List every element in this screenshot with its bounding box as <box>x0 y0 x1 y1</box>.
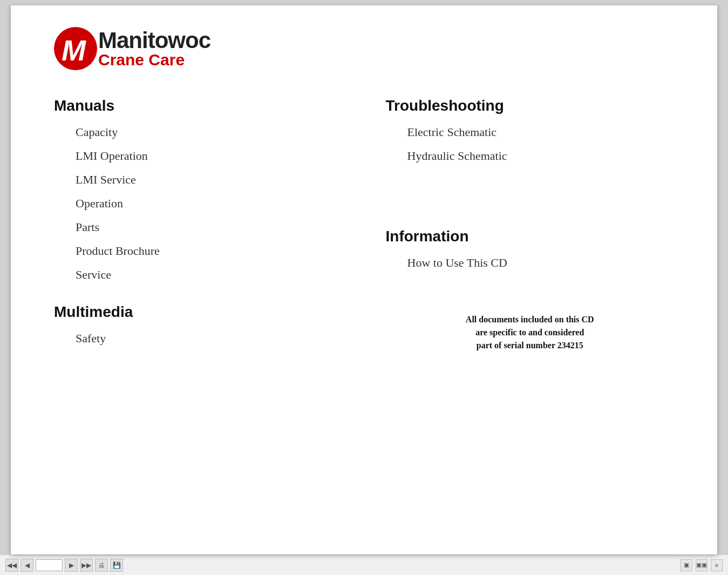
nav-controls: ◀◀ ◀ 1 / 1 ▶ ▶▶ 🖨 💾 <box>5 559 123 572</box>
bottom-note-line3: part of serial number 234215 <box>477 341 583 350</box>
information-section: Information How to Use This CD <box>386 228 675 270</box>
manuals-link-lmi-service[interactable]: LMI Service <box>76 173 343 187</box>
svg-text:M: M <box>62 34 86 65</box>
single-page-view-button[interactable]: ▣ <box>681 559 692 571</box>
bottom-note-text: All documents included on this CD are sp… <box>466 315 594 350</box>
view-controls: ▣ ▣▣ ≡ <box>681 559 723 571</box>
troubleshooting-link-electric[interactable]: Electric Schematic <box>407 125 675 139</box>
logo-text-area: Manitowoc Crane Care <box>98 29 210 68</box>
manuals-link-product-brochure[interactable]: Product Brochure <box>76 244 343 258</box>
double-page-view-button[interactable]: ▣▣ <box>696 559 707 571</box>
manuals-link-service[interactable]: Service <box>76 268 343 282</box>
multimedia-title: Multimedia <box>54 303 343 321</box>
troubleshooting-section: Troubleshooting Electric Schematic Hydra… <box>386 97 675 163</box>
information-title: Information <box>386 228 675 245</box>
manuals-title: Manuals <box>54 97 343 114</box>
multimedia-link-safety[interactable]: Safety <box>76 332 343 346</box>
toolbar: ◀◀ ◀ 1 / 1 ▶ ▶▶ 🖨 💾 ▣ ▣▣ ≡ <box>0 554 728 575</box>
m-icon: M <box>59 32 92 65</box>
logo-area: M Manitowoc Crane Care <box>54 27 674 70</box>
manuals-link-parts[interactable]: Parts <box>76 220 343 234</box>
bottom-note-line1: All documents included on this CD <box>466 315 594 324</box>
brand-name: Manitowoc <box>98 29 210 52</box>
last-page-button[interactable]: ▶▶ <box>80 559 93 572</box>
manuals-link-operation[interactable]: Operation <box>76 197 343 211</box>
logo-wrapper: M Manitowoc Crane Care <box>54 27 210 70</box>
print-button[interactable]: 🖨 <box>95 559 108 572</box>
manuals-link-capacity[interactable]: Capacity <box>76 125 343 139</box>
first-page-button[interactable]: ◀◀ <box>5 559 18 572</box>
multimedia-section: Multimedia Safety <box>54 303 343 346</box>
left-column: Manuals Capacity LMI Operation LMI Servi… <box>54 97 364 533</box>
page-content: M Manitowoc Crane Care Manuals Capacity … <box>11 5 717 554</box>
manuals-link-lmi-operation[interactable]: LMI Operation <box>76 149 343 163</box>
manuals-section: Manuals Capacity LMI Operation LMI Servi… <box>54 97 343 282</box>
logo-red-circle: M <box>54 27 97 70</box>
troubleshooting-link-hydraulic[interactable]: Hydraulic Schematic <box>407 149 675 163</box>
document-area: M Manitowoc Crane Care Manuals Capacity … <box>11 5 717 554</box>
prev-page-button[interactable]: ◀ <box>21 559 33 572</box>
information-link-how-to-use[interactable]: How to Use This CD <box>407 256 675 270</box>
bottom-note: All documents included on this CD are sp… <box>386 313 675 352</box>
page-input[interactable]: 1 / 1 <box>36 559 63 571</box>
scroll-view-button[interactable]: ≡ <box>711 559 723 571</box>
save-button[interactable]: 💾 <box>110 559 123 572</box>
right-column: Troubleshooting Electric Schematic Hydra… <box>364 97 675 533</box>
main-grid: Manuals Capacity LMI Operation LMI Servi… <box>54 97 674 533</box>
next-page-button[interactable]: ▶ <box>65 559 78 572</box>
troubleshooting-title: Troubleshooting <box>386 97 675 114</box>
brand-subtitle: Crane Care <box>98 52 210 68</box>
bottom-note-line2: are specific to and considered <box>475 328 584 337</box>
